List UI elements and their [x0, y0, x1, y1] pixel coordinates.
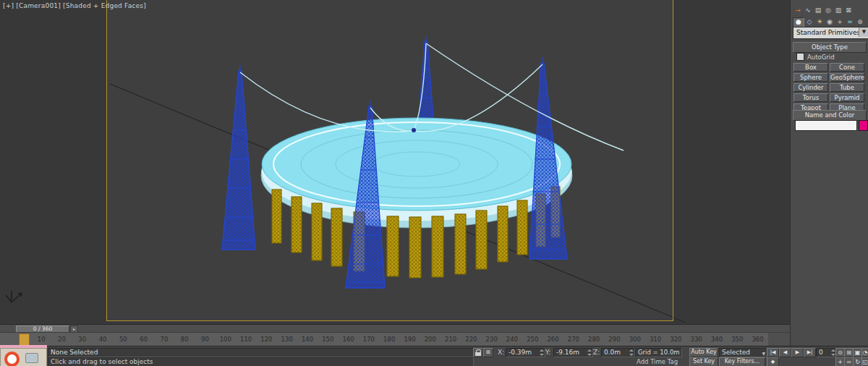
primitive-buttons-grid: BoxConeSphereGeoSphereCylinderTubeTorusP… — [793, 63, 865, 112]
ruler-tick: 160 — [338, 333, 358, 346]
primitives-dropdown-value: Standard Primitives — [796, 29, 860, 36]
ruler-end-cap — [768, 333, 790, 346]
grid-size-display: Grid = 10.0m — [635, 348, 682, 357]
z-value: 0.0m — [604, 349, 621, 356]
ruler-tick: 330 — [686, 333, 707, 346]
current-frame-field[interactable]: 0 — [816, 348, 837, 357]
primitive-button[interactable]: Torus — [793, 93, 828, 102]
timeline-ruler[interactable]: 1020304050607080901001101201301401501601… — [0, 332, 790, 347]
name-and-color-rollout-header[interactable]: Name and Color — [793, 110, 867, 121]
shapes-category-icon[interactable]: ◇ — [804, 17, 814, 27]
ruler-tick: 340 — [707, 333, 727, 346]
3dsmax-window: [+] [Camera001] [Shaded + Edged Faces] 0… — [0, 0, 868, 366]
lights-category-icon[interactable]: ☀ — [814, 17, 825, 27]
overlay-window[interactable] — [0, 345, 47, 366]
primitive-button[interactable]: Sphere — [793, 73, 828, 82]
selection-lock-toggle[interactable] — [473, 348, 483, 357]
create-category-row: ●◇☀◉+≈⊛ — [793, 13, 865, 28]
field-of-view-icon[interactable]: ◔ — [861, 348, 868, 357]
ruler-tick: 100 — [216, 333, 236, 346]
ruler-tick: 250 — [522, 333, 542, 346]
z-label: Z: — [593, 349, 600, 356]
selection-status-field: None Selected — [48, 348, 474, 357]
ruler-tick: 280 — [584, 333, 604, 346]
ruler-tick: 320 — [665, 333, 686, 346]
absolute-mode-toggle[interactable]: ⊞ — [483, 348, 493, 357]
space-warps-category-icon[interactable]: ≈ — [845, 17, 855, 27]
primitive-button[interactable]: Cylinder — [793, 83, 828, 92]
ruler-tick: 300 — [625, 333, 645, 346]
object-name-field[interactable] — [795, 120, 857, 131]
status-bar: None Selected Click and drag to select o… — [0, 346, 868, 366]
ruler-tick: 30 — [72, 333, 93, 346]
x-label: X: — [498, 349, 504, 356]
ruler-tick: 310 — [645, 333, 665, 346]
chevron-down-icon[interactable]: ▼ — [859, 27, 868, 37]
ruler-tick: 180 — [379, 333, 399, 346]
ruler-tick: 70 — [154, 333, 174, 346]
overlay-secondary-icon[interactable] — [25, 353, 38, 363]
y-spinner[interactable] — [587, 349, 592, 356]
primitive-button[interactable]: Box — [793, 63, 828, 72]
y-label: Y: — [545, 349, 550, 356]
ruler-tick: 230 — [482, 333, 502, 346]
ruler-tick: 130 — [277, 333, 297, 346]
go-to-start-button[interactable]: |◀ — [767, 348, 779, 357]
overlay-app-icon[interactable] — [4, 352, 20, 366]
go-to-end-button[interactable]: ▶| — [804, 348, 816, 357]
current-frame-marker[interactable] — [19, 333, 30, 346]
primitive-button[interactable]: Pyramid — [830, 93, 864, 102]
feed-cabin[interactable] — [412, 128, 416, 132]
ruler-tick: 270 — [563, 333, 584, 346]
primitives-dropdown[interactable]: Standard Primitives ▼ — [793, 27, 868, 39]
key-filters-button[interactable]: Key Filters... — [719, 357, 765, 366]
autogrid-label: AutoGrid — [807, 54, 835, 61]
ruler-tick: 80 — [174, 333, 195, 346]
autogrid-checkbox[interactable] — [796, 53, 804, 61]
z-spinner[interactable] — [629, 349, 634, 356]
x-value: -0.39m — [509, 349, 532, 356]
ruler-tick: 220 — [461, 333, 481, 346]
prompt-line: Click and drag to select objects — [48, 357, 474, 366]
play-button[interactable]: ▶ — [791, 348, 804, 357]
ruler-tick: 210 — [441, 333, 461, 346]
helpers-category-icon[interactable]: + — [835, 17, 845, 27]
x-spinner[interactable] — [539, 349, 544, 356]
world-axis-gizmo — [6, 291, 22, 302]
z-coordinate-field[interactable]: 0.0m — [601, 348, 635, 357]
frame-value: 0 — [819, 349, 823, 356]
autogrid-row: AutoGrid — [796, 53, 835, 61]
key-mode-dropdown[interactable]: Selected ▼ — [719, 348, 767, 357]
ruler-tick: 140 — [297, 333, 318, 346]
key-mode-toggle-button[interactable]: ◆ — [767, 357, 779, 366]
ruler-tick: 90 — [195, 333, 215, 346]
ruler-tick: 20 — [51, 333, 72, 346]
ruler-tick: 40 — [93, 333, 113, 346]
frame-spinner[interactable] — [830, 349, 835, 356]
viewport-label[interactable]: [+] [Camera001] [Shaded + Edged Faces] — [3, 2, 146, 9]
camera-viewport[interactable]: [+] [Camera001] [Shaded + Edged Faces] — [0, 0, 790, 324]
ruler-tick: 360 — [747, 333, 767, 346]
ruler-tick: 110 — [236, 333, 256, 346]
y-value: -9.16m — [556, 349, 579, 356]
ruler-tick: 190 — [399, 333, 420, 346]
previous-frame-button[interactable]: ◀ — [779, 348, 791, 357]
primitive-button[interactable]: Tube — [830, 83, 864, 92]
ruler-tick: 350 — [727, 333, 747, 346]
support-tower-left[interactable] — [222, 65, 255, 250]
auto-key-button[interactable]: Auto Key — [689, 348, 718, 357]
object-color-swatch[interactable] — [859, 120, 868, 131]
primitive-button[interactable]: GeoSphere — [830, 73, 864, 82]
systems-category-icon[interactable]: ⊛ — [855, 17, 865, 27]
command-panel: →∿▤◎▥⊠ ●◇☀◉+≈⊛ Standard Primitives ▼ Obj… — [790, 0, 868, 346]
maximize-viewport-icon[interactable]: ◱ — [861, 357, 868, 366]
primitive-button[interactable]: Cone — [830, 63, 864, 72]
overlay-app-window[interactable] — [0, 348, 47, 366]
viewport-canvas[interactable] — [0, 0, 790, 324]
y-coordinate-field[interactable]: -9.16m — [553, 348, 593, 357]
object-type-rollout-header[interactable]: Object Type — [793, 42, 867, 53]
cameras-category-icon[interactable]: ◉ — [825, 17, 835, 27]
set-key-button[interactable]: Set Key — [689, 357, 718, 366]
add-time-tag[interactable]: Add Time Tag — [637, 358, 678, 365]
x-coordinate-field[interactable]: -0.39m — [506, 348, 545, 357]
